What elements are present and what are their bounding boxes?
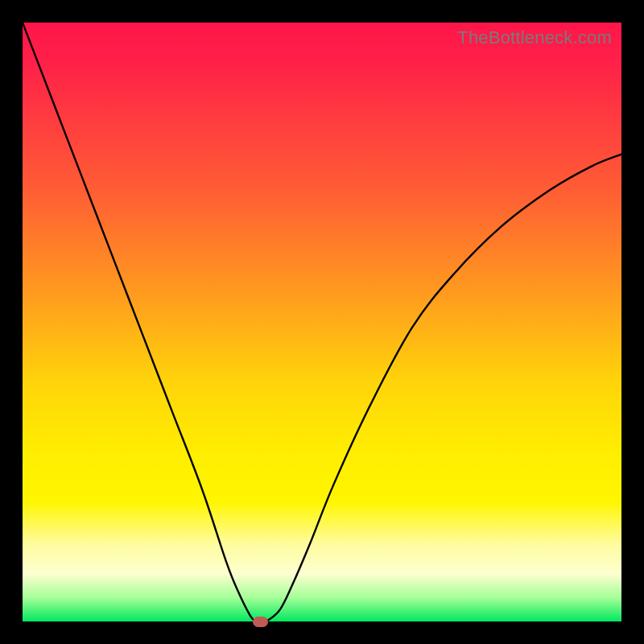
- curve-svg: [23, 23, 621, 621]
- plot-area: TheBottleneck.com: [23, 23, 621, 621]
- bottleneck-curve-path: [23, 23, 621, 621]
- optimum-marker: [253, 617, 268, 627]
- chart-frame: TheBottleneck.com: [0, 0, 644, 644]
